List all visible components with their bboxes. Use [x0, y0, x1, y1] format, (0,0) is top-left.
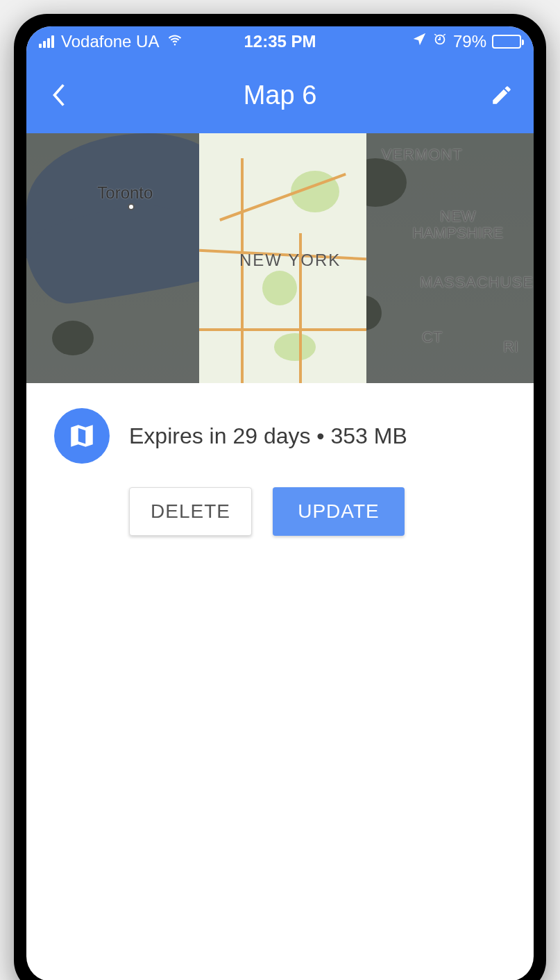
delete-button[interactable]: DELETE — [129, 487, 252, 536]
map-label-ct: CT — [422, 328, 442, 346]
map-label-toronto: Toronto — [97, 183, 153, 203]
status-left: Vodafone UA — [39, 32, 184, 51]
status-bar: Vodafone UA 12:35 PM 79% — [26, 26, 534, 57]
info-section: Expires in 29 days • 353 MB DELETE UPDAT… — [26, 383, 534, 564]
location-icon — [411, 32, 427, 51]
map-icon — [67, 421, 96, 450]
map-preview[interactable]: Toronto NEW YORK VERMONT NEW HAMPSHIRE M… — [26, 133, 534, 383]
expiry-info: Expires in 29 days • 353 MB — [129, 423, 407, 449]
city-marker-toronto — [128, 203, 135, 210]
clock: 12:35 PM — [244, 32, 316, 51]
wifi-icon — [166, 32, 184, 51]
navigation-bar: Map 6 — [26, 57, 534, 133]
map-label-new-york: NEW YORK — [239, 251, 341, 270]
chevron-left-icon — [51, 82, 66, 108]
map-label-ri: RI — [503, 338, 518, 356]
signal-icon — [39, 35, 54, 48]
map-label-vermont: VERMONT — [382, 146, 463, 164]
battery-percentage: 79% — [453, 32, 486, 51]
carrier-label: Vodafone UA — [61, 32, 159, 51]
update-button[interactable]: UPDATE — [273, 487, 405, 536]
pencil-icon — [490, 83, 514, 107]
button-row: DELETE UPDATE — [54, 487, 506, 536]
map-badge — [54, 408, 110, 464]
map-label-new-hampshire: NEW HAMPSHIRE — [412, 208, 503, 242]
alarm-icon — [432, 32, 448, 51]
screen: Vodafone UA 12:35 PM 79% — [26, 26, 534, 980]
status-right: 79% — [411, 32, 521, 51]
back-button[interactable] — [44, 81, 72, 109]
device-frame: Vodafone UA 12:35 PM 79% — [14, 14, 546, 980]
page-title: Map 6 — [244, 81, 317, 110]
info-row: Expires in 29 days • 353 MB — [54, 408, 506, 464]
edit-button[interactable] — [488, 81, 516, 109]
battery-icon — [492, 35, 521, 49]
map-labels: Toronto NEW YORK VERMONT NEW HAMPSHIRE M… — [26, 133, 534, 383]
map-label-massachusetts: MASSACHUSE — [420, 273, 534, 292]
